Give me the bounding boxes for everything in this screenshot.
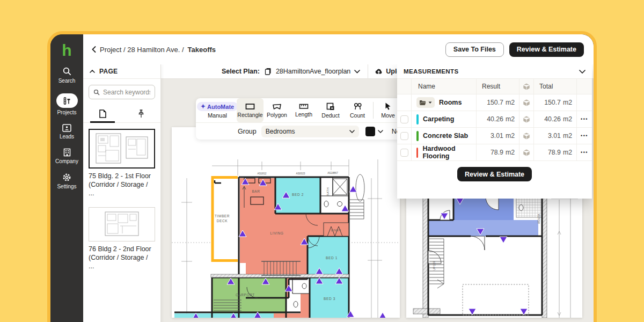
thumbnail-2-label[interactable]: 76 Bldg 2 - 2nd Floor (Corridor / Storag… [89, 245, 155, 270]
search-keywords-input[interactable] [103, 89, 150, 96]
column-result: Result [482, 83, 500, 90]
breadcrumb-path[interactable]: Project / 28 Hamilton Ave. / [100, 46, 184, 54]
plan-thumbnail-2[interactable] [89, 207, 155, 241]
svg-text:BATH: BATH [326, 187, 330, 196]
row-color-bar [416, 114, 419, 125]
app-screenshot: h Search Projects Leads [0, 0, 644, 322]
app-window: h Search Projects Leads [47, 31, 597, 322]
row-menu-button[interactable]: ••• [581, 133, 588, 138]
column-name: Name [418, 83, 435, 90]
tool-length[interactable]: Length [290, 98, 317, 122]
cube-icon [523, 99, 530, 107]
tool-rectangle[interactable]: Rectangle [237, 98, 264, 122]
group-label: Group [238, 128, 257, 135]
page-icon [99, 109, 106, 118]
count-pins-icon [353, 103, 362, 111]
rectangle-icon [245, 103, 255, 110]
sidebar-item-projects[interactable]: Projects [56, 93, 78, 115]
manual-label[interactable]: Manual [208, 112, 227, 119]
tab-pinned[interactable] [122, 105, 160, 122]
brand-logo[interactable]: h [62, 41, 71, 60]
selected-plan-name[interactable]: 28HamiltonAve_floorplan [276, 68, 350, 75]
sidebar-item-company[interactable]: Company [55, 148, 78, 164]
chevron-down-icon[interactable] [354, 70, 360, 74]
measurements-panel: MEASUREMENTS Name Result [397, 64, 592, 199]
takeoff-canvas[interactable]: Select Plan: 28HamiltonAve_floorplan [161, 64, 594, 322]
thumbnail-1-label[interactable]: 75 Bldg. 2 - 1st Floor (Corridor / Stora… [89, 172, 155, 197]
page-panel-tabs [83, 105, 160, 123]
pin-icon [138, 109, 144, 118]
svg-text:AS1812: AS1812 [257, 172, 266, 175]
row-checkbox[interactable] [400, 115, 408, 123]
svg-text:LIVING: LIVING [270, 231, 284, 235]
keyword-search-box[interactable] [89, 85, 155, 99]
stairs-label: UP 12R [433, 261, 436, 270]
automate-pill[interactable]: ✦AutoMate [197, 102, 238, 111]
svg-text:TIMBER: TIMBER [215, 214, 230, 218]
svg-text:CARPORT: CARPORT [236, 293, 255, 297]
chevron-up-icon [90, 70, 95, 73]
page-panel: PAGE [83, 64, 161, 322]
houzz-h-icon: h [62, 42, 71, 58]
deduct-icon [326, 103, 335, 111]
divider [368, 64, 368, 79]
sidebar-item-leads[interactable]: Leads [60, 124, 74, 140]
group-color-swatch[interactable] [365, 127, 375, 136]
tab-pages[interactable] [83, 105, 122, 122]
floorplan-sheet-1[interactable]: BAR TIMBER DECK LIVING BED 2 BED 1 BED 3… [172, 127, 400, 318]
hammer-icon [63, 97, 71, 105]
thumbnail-sketch [89, 208, 155, 241]
folder-icon [419, 100, 426, 106]
row-checkbox[interactable] [400, 149, 408, 157]
svg-text:DECK: DECK [217, 219, 228, 223]
svg-text:AS0023: AS0023 [296, 172, 305, 175]
drawing-toolbar: ✦AutoMate Manual Rectangle [196, 98, 411, 140]
row-color-bar [416, 148, 418, 158]
sidebar-label: Search [58, 78, 76, 84]
group-folder-chip[interactable] [416, 97, 435, 108]
group-select[interactable]: Bedrooms [261, 126, 359, 137]
measurement-row-rooms[interactable]: Rooms 150.7m2 150.7m2 [397, 94, 592, 111]
room-overlays [174, 177, 349, 318]
save-to-files-button[interactable]: Save To Files [445, 42, 504, 57]
lead-card-icon [62, 124, 71, 132]
svg-text:BED 1: BED 1 [326, 256, 338, 260]
page-panel-header[interactable]: PAGE [83, 64, 160, 79]
gear-icon [62, 173, 71, 182]
chevron-down-icon[interactable] [579, 70, 586, 74]
sidebar-item-search[interactable]: Search [58, 67, 76, 84]
row-checkbox[interactable] [400, 132, 408, 140]
review-estimate-button[interactable]: Review & Estimate [509, 42, 584, 57]
sidebar-label: Projects [57, 109, 76, 115]
measurement-row[interactable]: Carpeting 40.26m2 40.26m2 ••• [397, 111, 592, 128]
cube-icon [523, 115, 530, 123]
row-menu-button[interactable]: ••• [581, 116, 588, 122]
back-chevron-icon[interactable] [92, 46, 96, 53]
row-menu-button[interactable]: ••• [581, 150, 588, 155]
column-total: Total [539, 83, 553, 90]
sidebar: h Search Projects Leads [50, 34, 83, 322]
measurement-row[interactable]: Hardwood Flooring 78.9m2 78.9m2 ••• [397, 144, 592, 161]
plan-thumbnail-1[interactable] [89, 129, 155, 169]
sidebar-label: Company [55, 158, 78, 164]
breadcrumb: Project / 28 Hamilton Ave. / Takeoffs [92, 46, 216, 54]
content-area: Project / 28 Hamilton Ave. / Takeoffs Sa… [83, 34, 594, 322]
tool-deduct[interactable]: Deduct [317, 98, 344, 122]
measurement-row[interactable]: Concrete Slab 3.01m2 3.01m2 ••• [397, 128, 592, 144]
svg-text:BED 2: BED 2 [292, 193, 304, 196]
select-plan-label: Select Plan: [222, 68, 260, 75]
chevron-down-icon [349, 130, 355, 133]
ruler-icon [299, 103, 309, 109]
projects-active-pill [56, 93, 78, 108]
sidebar-item-settings[interactable]: Settings [57, 173, 76, 189]
panel-review-estimate-button[interactable]: Review & Estimate [457, 167, 532, 181]
measurements-header[interactable]: MEASUREMENTS [397, 64, 592, 79]
search-icon [93, 89, 100, 96]
sidebar-label: Leads [60, 134, 74, 140]
top-header: Project / 28 Hamilton Ave. / Takeoffs Sa… [83, 34, 594, 64]
automate-manual-toggle[interactable]: ✦AutoMate Manual [198, 98, 237, 122]
tool-count[interactable]: Count [344, 98, 371, 122]
chevron-down-icon[interactable] [378, 130, 383, 133]
plan-annotations: AS1812 AS0023 AS18867 [257, 172, 338, 175]
tool-polygon[interactable]: Polygon [264, 98, 290, 122]
